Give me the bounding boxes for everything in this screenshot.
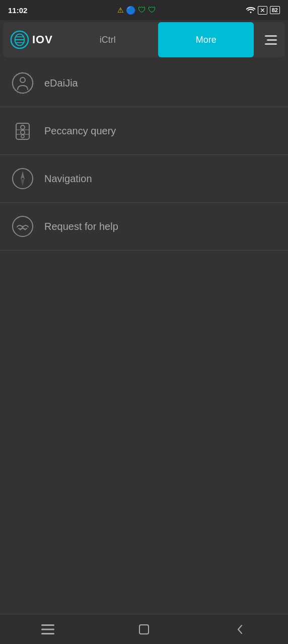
menu-item-peccancy-label: Peccancy query [44,125,116,137]
menu-item-help[interactable]: Request for help [0,203,288,251]
bottom-back-icon [236,624,245,635]
bottom-menu-button[interactable] [33,614,63,644]
wifi-icon [246,6,255,15]
hamburger-line-1 [265,35,277,37]
help-icon [10,214,35,239]
menu-item-edaijia[interactable]: eDaiJia [0,59,288,107]
hamburger-line-3 [265,43,277,45]
svg-point-8 [21,125,25,129]
svg-point-10 [21,135,24,138]
bottom-home-button[interactable] [129,614,159,644]
bottom-navigation [0,614,288,644]
tab-more[interactable]: More [158,22,254,57]
menu-list: eDaiJia Peccancy query Na [0,59,288,614]
svg-rect-19 [41,633,54,634]
nav-tabs: iCtrl More [60,22,257,57]
svg-marker-15 [21,178,25,186]
logo-area: IOV [3,30,60,49]
status-bar: 11:02 ⚠ 🔵 🛡 🛡 ✕ 82 [0,0,288,20]
app-header: IOV iCtrl More [3,22,285,57]
app-icon-1: 🔵 [126,6,136,15]
battery-indicator: 82 [270,6,280,14]
hamburger-line-2 [267,39,277,41]
bottom-menu-icon [41,624,54,634]
status-right: ✕ 82 [246,6,280,15]
peccancy-icon [10,118,35,143]
svg-marker-14 [21,171,25,179]
warning-icon: ⚠ [117,6,124,14]
bottom-back-button[interactable] [225,614,255,644]
app-icon-3: 🛡 [148,6,156,15]
navigation-icon [10,166,35,191]
tab-ictrl[interactable]: iCtrl [60,22,156,57]
svg-point-9 [21,130,25,134]
bottom-home-icon [138,624,150,635]
svg-rect-18 [41,628,54,630]
menu-item-navigation-label: Navigation [44,173,92,185]
svg-rect-17 [41,624,54,626]
menu-item-help-label: Request for help [44,221,118,232]
svg-point-5 [20,77,25,83]
iov-logo-icon [10,30,29,49]
menu-button[interactable] [257,22,285,57]
hamburger-icon [265,35,277,45]
app-logo-text: IOV [32,33,53,46]
status-time: 11:02 [8,6,27,15]
status-icons: ⚠ 🔵 🛡 🛡 [117,6,156,15]
menu-item-edaijia-label: eDaiJia [44,77,78,89]
app-icon-2: 🛡 [138,6,146,15]
svg-rect-20 [139,625,149,634]
battery-level: 82 [270,6,280,14]
x-icon: ✕ [258,6,267,15]
menu-item-navigation[interactable]: Navigation [0,155,288,203]
driver-icon [10,70,35,96]
menu-item-peccancy[interactable]: Peccancy query [0,107,288,155]
